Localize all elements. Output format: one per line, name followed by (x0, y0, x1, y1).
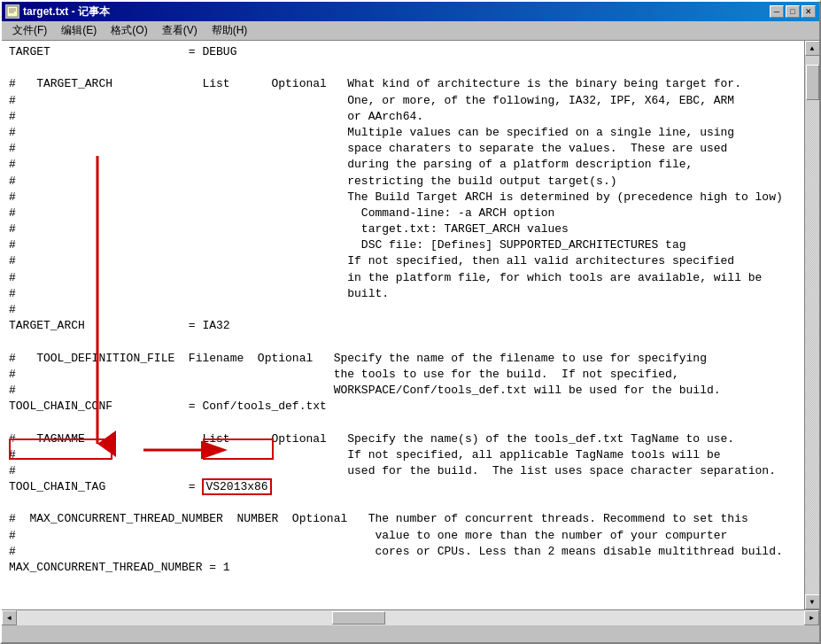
scroll-left-button[interactable]: ◄ (2, 610, 17, 625)
menu-bar: 文件(F) 编辑(E) 格式(O) 查看(V) 帮助(H) (2, 21, 819, 41)
svg-rect-0 (7, 6, 18, 17)
scroll-right-button[interactable]: ► (804, 610, 819, 625)
menu-edit[interactable]: 编辑(E) (54, 21, 104, 40)
scroll-thumb-vertical[interactable] (806, 65, 819, 100)
menu-format[interactable]: 格式(O) (104, 21, 154, 40)
scroll-up-button[interactable]: ▲ (805, 41, 820, 56)
scroll-down-button[interactable]: ▼ (805, 594, 820, 609)
window-title: target.txt - 记事本 (23, 4, 110, 19)
text-editor[interactable]: TARGET = DEBUG # TARGET_ARCH List Option… (2, 41, 804, 609)
menu-file[interactable]: 文件(F) (5, 21, 54, 40)
content-area: TARGET = DEBUG # TARGET_ARCH List Option… (2, 41, 819, 609)
menu-help[interactable]: 帮助(H) (205, 21, 255, 40)
main-window: target.txt - 记事本 ─ □ ✕ 文件(F) 编辑(E) 格式(O)… (0, 0, 821, 644)
scroll-track-horizontal[interactable] (17, 610, 804, 625)
status-bar (2, 625, 819, 642)
maximize-button[interactable]: □ (786, 5, 800, 18)
scroll-track-vertical[interactable] (805, 56, 820, 594)
minimize-button[interactable]: ─ (770, 5, 784, 18)
close-button[interactable]: ✕ (802, 5, 816, 18)
app-icon (5, 4, 19, 19)
menu-view[interactable]: 查看(V) (155, 21, 205, 40)
title-bar: target.txt - 记事本 ─ □ ✕ (2, 2, 819, 21)
horizontal-scrollbar[interactable]: ◄ ► (2, 609, 819, 625)
scroll-thumb-horizontal[interactable] (332, 611, 385, 625)
vertical-scrollbar[interactable]: ▲ ▼ (804, 41, 819, 609)
